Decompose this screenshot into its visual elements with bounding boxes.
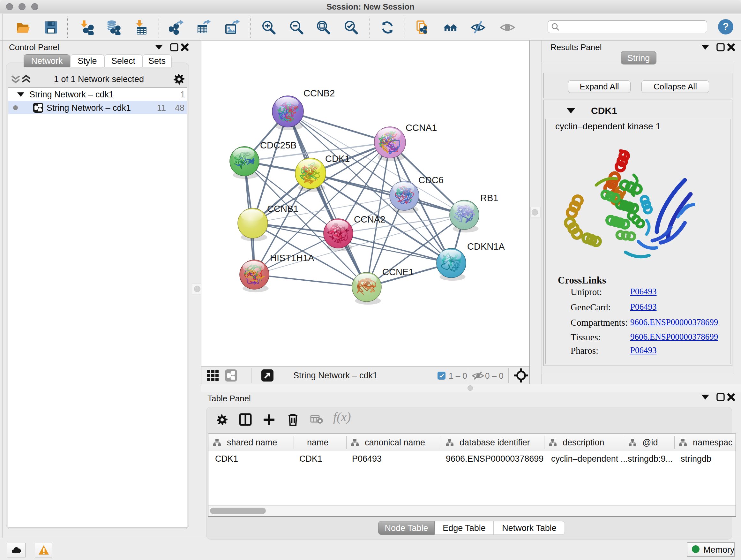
svg-text:CDC25B: CDC25B (260, 140, 296, 150)
svg-text:CCNA1: CCNA1 (406, 123, 437, 133)
svg-text:CCNA2: CCNA2 (354, 214, 385, 225)
svg-text:RB1: RB1 (480, 193, 498, 203)
svg-text:CCNE1: CCNE1 (382, 267, 414, 277)
svg-text:CDC6: CDC6 (418, 175, 444, 185)
svg-text:CDKN1A: CDKN1A (467, 241, 505, 252)
svg-text:?: ? (723, 21, 729, 32)
svg-text:CCNB2: CCNB2 (304, 88, 335, 98)
svg-text:CCNB1: CCNB1 (267, 204, 298, 214)
svg-text:CDK1: CDK1 (325, 153, 350, 164)
svg-text:HIST1H1A: HIST1H1A (270, 253, 314, 263)
